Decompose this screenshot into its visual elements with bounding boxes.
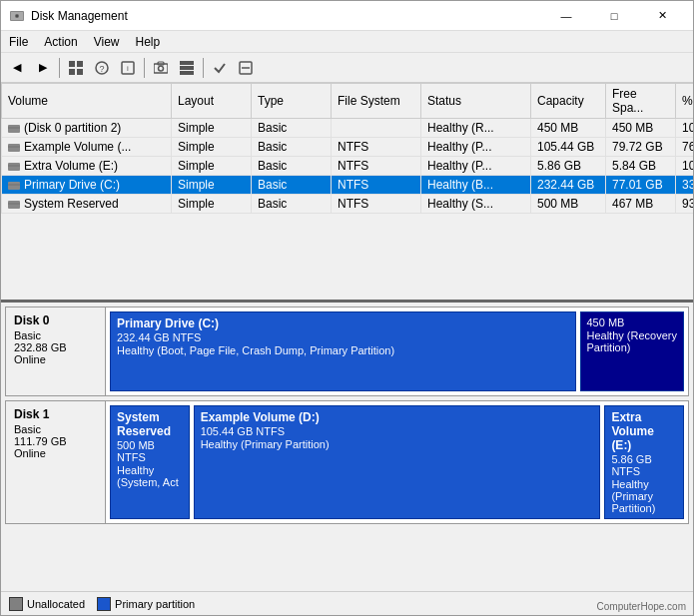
table-cell: 33 % [676,176,694,195]
minimize-button[interactable]: — [543,1,589,31]
table-cell: 5.86 GB [531,157,606,176]
disk-type: Basic [14,423,97,435]
partition-container: System Reserved500 MB NTFSHealthy (Syste… [106,401,688,523]
svg-point-3 [16,15,18,17]
table-cell: 450 MB [531,119,606,138]
menu-file[interactable]: File [1,33,36,51]
table-cell: Basic [252,119,332,138]
table-cell: 93 % [676,195,694,214]
table-row[interactable]: Extra Volume (E:)SimpleBasicNTFSHealthy … [2,157,694,176]
table-cell: NTFS [332,195,421,214]
svg-rect-28 [8,201,20,209]
table-cell: 77.01 GB [606,176,676,195]
table-cell: Simple [172,157,252,176]
disk-row: Disk 1Basic111.79 GBOnlineSystem Reserve… [5,400,689,524]
disk-visual-panel[interactable]: Disk 0Basic232.88 GBOnlinePrimary Drive … [1,303,693,591]
table-cell: (Disk 0 partition 2) [2,119,172,138]
table-cell: Healthy (B... [421,176,531,195]
disk-row-icon [8,159,24,173]
partition-size: 5.86 GB NTFS [611,453,677,477]
col-status[interactable]: Status [421,84,531,119]
menu-view[interactable]: View [86,33,128,51]
table-cell: 79.72 GB [606,138,676,157]
disk-size: 232.88 GB [14,341,97,353]
table-row[interactable]: Primary Drive (C:)SimpleBasicNTFSHealthy… [2,176,694,195]
toolbar-btn-help[interactable]: ? [90,56,114,80]
table-body: (Disk 0 partition 2)SimpleBasicHealthy (… [2,119,694,214]
disk-partition[interactable]: Primary Drive (C:)232.44 GB NTFSHealthy … [110,311,576,391]
svg-rect-26 [8,182,20,190]
table-cell: Simple [172,195,252,214]
menu-help[interactable]: Help [128,33,169,51]
maximize-button[interactable]: □ [591,1,637,31]
partition-status: Healthy (Primary Partition) [611,478,677,514]
svg-rect-15 [180,61,194,65]
close-button[interactable]: ✕ [639,1,685,31]
table-cell: Basic [252,138,332,157]
svg-rect-20 [8,125,20,133]
volume-table: Volume Layout Type File System Status Ca… [1,83,693,214]
app-icon [9,8,25,24]
partition-size: 105.44 GB NTFS [201,425,594,437]
table-row[interactable]: System ReservedSimpleBasicNTFSHealthy (S… [2,195,694,214]
forward-button[interactable]: ▶ [31,56,55,80]
toolbar-btn-minus[interactable] [234,56,258,80]
back-button[interactable]: ◀ [5,56,29,80]
volume-table-panel: Volume Layout Type File System Status Ca… [1,83,693,303]
table-cell: 76 % [676,138,694,157]
disk-partition[interactable]: Example Volume (D:)105.44 GB NTFSHealthy… [194,405,601,519]
table-container[interactable]: Volume Layout Type File System Status Ca… [1,83,693,300]
separator-1 [59,58,60,78]
col-type[interactable]: Type [252,84,332,119]
table-cell: Healthy (P... [421,138,531,157]
status-bar: Unallocated Primary partition [1,591,693,615]
table-cell: Basic [252,176,332,195]
table-cell: Healthy (S... [421,195,531,214]
table-cell: 100 % [676,157,694,176]
disk-row: Disk 0Basic232.88 GBOnlinePrimary Drive … [5,307,689,396]
table-cell: NTFS [332,157,421,176]
disk-partition[interactable]: 450 MBHealthy (Recovery Partition) [580,311,685,391]
table-cell: NTFS [332,176,421,195]
col-layout[interactable]: Layout [172,84,252,119]
table-cell: 5.84 GB [606,157,676,176]
toolbar-btn-camera[interactable] [149,56,173,80]
table-cell: NTFS [332,138,421,157]
menu-bar: File Action View Help [1,31,693,53]
svg-rect-6 [69,69,75,75]
table-cell: 100 % [676,119,694,138]
table-row[interactable]: Example Volume (...SimpleBasicNTFSHealth… [2,138,694,157]
col-capacity[interactable]: Capacity [531,84,606,119]
partition-size: 450 MB [587,316,678,328]
table-cell: Simple [172,119,252,138]
disk-id: Disk 0 [14,313,97,327]
unallocated-swatch [9,597,23,611]
disk-label: Disk 0Basic232.88 GBOnline [6,308,106,395]
disk-partition[interactable]: System Reserved500 MB NTFSHealthy (Syste… [110,405,190,519]
partition-status: Healthy (System, Act [117,464,183,488]
table-cell: 232.44 GB [531,176,606,195]
table-cell: 467 MB [606,195,676,214]
table-row[interactable]: (Disk 0 partition 2)SimpleBasicHealthy (… [2,119,694,138]
table-cell: System Reserved [2,195,172,214]
toolbar-btn-properties[interactable]: i [116,56,140,80]
svg-rect-22 [8,144,20,152]
partition-size: 500 MB NTFS [117,439,183,463]
col-pctfree[interactable]: % Free [676,84,694,119]
table-cell: 450 MB [606,119,676,138]
disk-partition[interactable]: Extra Volume (E:)5.86 GB NTFSHealthy (Pr… [604,405,684,519]
col-freespace[interactable]: Free Spa... [606,84,676,119]
table-cell: 105.44 GB [531,138,606,157]
col-volume[interactable]: Volume [2,84,172,119]
primary-swatch [97,597,111,611]
main-content: Volume Layout Type File System Status Ca… [1,83,693,591]
menu-action[interactable]: Action [36,33,85,51]
toolbar-btn-layout[interactable] [175,56,199,80]
toolbar-btn-grid[interactable] [64,56,88,80]
partition-status: Healthy (Boot, Page File, Crash Dump, Pr… [117,344,569,356]
col-filesystem[interactable]: File System [332,84,421,119]
table-cell: 500 MB [531,195,606,214]
disk-status: Online [14,447,97,459]
disk-label: Disk 1Basic111.79 GBOnline [6,401,106,523]
toolbar-btn-check[interactable] [208,56,232,80]
